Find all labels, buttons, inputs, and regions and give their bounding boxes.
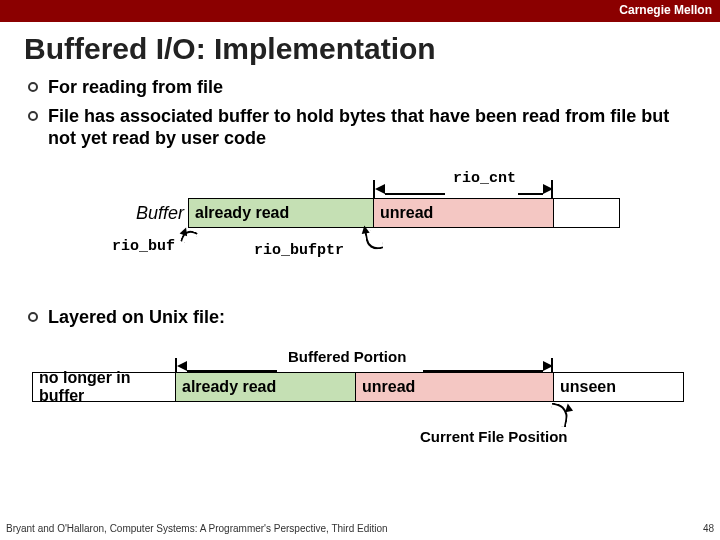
rio-bufptr-label: rio_bufptr [254, 242, 344, 259]
bullet-icon [28, 82, 38, 92]
curved-arrow-icon [364, 228, 383, 250]
arrow-left-icon [177, 361, 187, 371]
segment-already-read: already read [176, 373, 356, 401]
buffer-box-1: already read unread [188, 198, 620, 228]
bullet-1: For reading from file [28, 76, 692, 99]
rio-cnt-bracket [373, 180, 553, 198]
arrow-right-icon [543, 361, 553, 371]
brand-label: Carnegie Mellon [619, 3, 712, 17]
current-file-position-label: Current File Position [420, 428, 568, 445]
header-bar: Carnegie Mellon [0, 0, 720, 22]
bullet-icon [28, 312, 38, 322]
segment-unread: unread [356, 373, 554, 401]
buffer-box-2: no longer in buffer already read unread … [32, 372, 684, 402]
bullet-3: Layered on Unix file: [28, 306, 692, 329]
curved-arrow-icon [548, 403, 570, 428]
arrow-right-icon [543, 184, 553, 194]
segment-already-read: already read [189, 199, 374, 227]
bullet-1-text: For reading from file [48, 76, 223, 99]
footer-citation: Bryant and O'Hallaron, Computer Systems:… [6, 523, 388, 534]
bullet-3-text: Layered on Unix file: [48, 306, 225, 329]
bullet-icon [28, 111, 38, 121]
segment-unread: unread [374, 199, 554, 227]
buffer-diagram-2: Buffered Portion no longer in buffer alr… [28, 328, 692, 498]
segment-empty [554, 199, 619, 227]
segment-no-longer: no longer in buffer [33, 373, 176, 401]
slide-number: 48 [703, 523, 714, 534]
buffer-diagram-1: rio_cnt Buffer already read unread rio_b… [28, 170, 692, 300]
bullet-2-text: File has associated buffer to hold bytes… [48, 105, 692, 150]
bullet-2: File has associated buffer to hold bytes… [28, 105, 692, 150]
segment-unseen: unseen [554, 373, 683, 401]
footer: Bryant and O'Hallaron, Computer Systems:… [6, 523, 714, 534]
rio-buf-label: rio_buf [112, 238, 175, 255]
buffer-label: Buffer [136, 203, 184, 224]
slide-content: For reading from file File has associate… [0, 76, 720, 498]
curved-arrow-icon [180, 228, 198, 246]
arrow-left-icon [375, 184, 385, 194]
slide-title: Buffered I/O: Implementation [0, 22, 720, 70]
